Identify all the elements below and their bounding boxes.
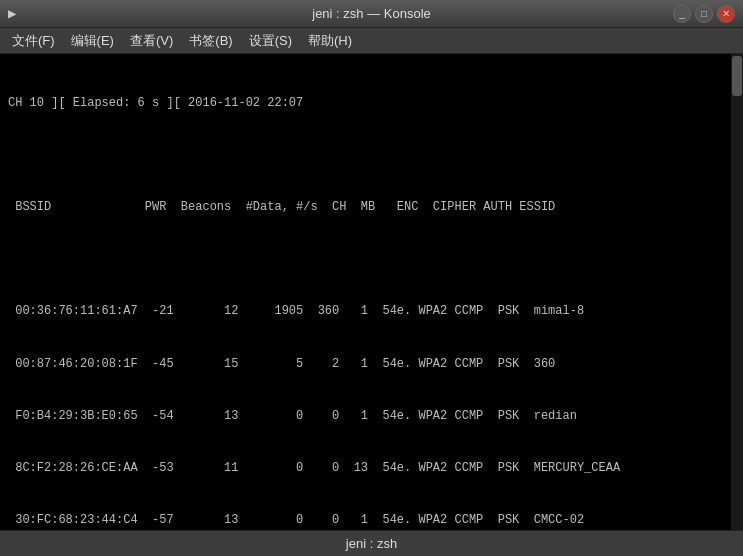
empty-line [8,147,735,164]
maximize-button[interactable]: □ [695,5,713,23]
scrollbar[interactable] [731,54,743,530]
row-0: 00:36:76:11:61:A7 -21 12 1905 360 1 54e.… [8,303,735,320]
menu-help[interactable]: 帮助(H) [300,30,360,52]
status-text: jeni : zsh [346,536,397,551]
row-3: 8C:F2:28:26:CE:AA -53 11 0 0 13 54e. WPA… [8,460,735,477]
column-header: BSSID PWR Beacons #Data, #/s CH MB ENC C… [8,199,735,216]
terminal-icon: ▶ [8,5,16,22]
scrollbar-thumb[interactable] [732,56,742,96]
title-bar: ▶ jeni : zsh — Konsole _ □ ✕ [0,0,743,28]
menu-settings[interactable]: 设置(S) [241,30,300,52]
terminal-content: CH 10 ][ Elapsed: 6 s ][ 2016-11-02 22:0… [8,60,735,530]
status-bar: jeni : zsh [0,530,743,556]
menu-view[interactable]: 查看(V) [122,30,181,52]
menu-edit[interactable]: 编辑(E) [63,30,122,52]
window-controls: _ □ ✕ [673,5,735,23]
row-2: F0:B4:29:3B:E0:65 -54 13 0 0 1 54e. WPA2… [8,408,735,425]
terminal-area[interactable]: CH 10 ][ Elapsed: 6 s ][ 2016-11-02 22:0… [0,54,743,530]
menu-bar: 文件(F) 编辑(E) 查看(V) 书签(B) 设置(S) 帮助(H) [0,28,743,54]
window: ▶ jeni : zsh — Konsole _ □ ✕ 文件(F) 编辑(E)… [0,0,743,556]
window-title: jeni : zsh — Konsole [312,6,431,21]
title-bar-left: ▶ [8,5,16,22]
close-button[interactable]: ✕ [717,5,735,23]
header-line: CH 10 ][ Elapsed: 6 s ][ 2016-11-02 22:0… [8,95,735,112]
menu-bookmarks[interactable]: 书签(B) [181,30,240,52]
row-1: 00:87:46:20:08:1F -45 15 5 2 1 54e. WPA2… [8,356,735,373]
menu-file[interactable]: 文件(F) [4,30,63,52]
row-4: 30:FC:68:23:44:C4 -57 13 0 0 1 54e. WPA2… [8,512,735,529]
minimize-button[interactable]: _ [673,5,691,23]
